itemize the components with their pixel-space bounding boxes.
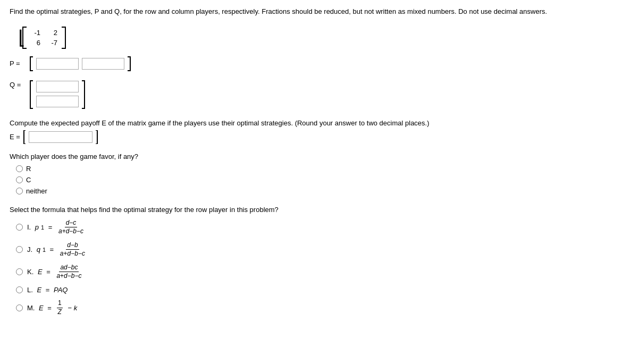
which-player-text: Which player does the game favor, if any… — [10, 153, 613, 160]
formula-sub-I: 1 — [41, 224, 44, 231]
q-bracket-group — [30, 79, 85, 109]
formula-text-M: M. E = 1 Z − k — [27, 299, 77, 316]
select-formula-text: Select the formula that helps find the o… — [10, 206, 613, 214]
formula-item-K[interactable]: K. E = ad−bc a+d−b−c — [16, 264, 613, 281]
formula-var-K: E — [38, 268, 43, 276]
formula-var-I: p — [35, 223, 39, 231]
matrix-cell-r1c2: 2 — [48, 29, 57, 37]
e-label: E = — [10, 133, 20, 141]
formula-suffix-M: − k — [66, 304, 77, 312]
formula-var-M: E — [39, 304, 44, 312]
matrix-cell-r2c1: 6 — [31, 39, 40, 47]
formula-text-K: K. E = ad−bc a+d−b−c — [27, 264, 84, 281]
formula-num-M: 1 — [57, 299, 63, 308]
formula-paq: PAQ — [54, 286, 68, 294]
formula-den-J: a+d−b−c — [59, 250, 86, 258]
formula-item-M[interactable]: M. E = 1 Z − k — [16, 299, 613, 316]
formula-item-J[interactable]: J. q1 = d−b a+d−b−c — [16, 241, 613, 258]
radio-item-c[interactable]: C — [16, 176, 613, 184]
formula-radio-M[interactable] — [16, 304, 23, 311]
formula-sub-J: 1 — [43, 247, 46, 253]
formula-eq-J: = — [48, 246, 56, 253]
formula-eq-M: = — [46, 304, 54, 312]
radio-label-r: R — [26, 165, 31, 173]
radio-r[interactable] — [16, 165, 23, 172]
formula-radio-J[interactable] — [16, 246, 23, 253]
radio-label-c: C — [26, 176, 31, 184]
q-label: Q = — [10, 81, 26, 89]
formula-num-I: d−c — [65, 219, 78, 228]
formula-num-K: ad−bc — [59, 264, 79, 273]
formula-den-I: a+d−b−c — [57, 227, 85, 236]
formula-text-L: L. E = PAQ — [27, 286, 68, 294]
e-input[interactable] — [29, 131, 92, 143]
matrix-display: ⌊ -1 2 6 -7 — [18, 27, 61, 49]
radio-label-neither: neither — [26, 187, 47, 195]
p-row: P = — [10, 56, 613, 71]
compute-text: Compute the expected payoff E of the mat… — [10, 119, 613, 127]
p-bracket-group — [30, 56, 131, 71]
formula-den-M: Z — [57, 308, 63, 317]
radio-item-r[interactable]: R — [16, 165, 613, 173]
formula-fraction-K: ad−bc a+d−b−c — [55, 264, 82, 281]
formula-fraction-I: d−c a+d−b−c — [57, 219, 85, 236]
formula-radio-K[interactable] — [16, 268, 23, 275]
formula-num-J: d−b — [66, 241, 79, 250]
formula-radio-L[interactable] — [16, 286, 23, 293]
formula-var-J: q — [37, 246, 40, 253]
formula-fraction-M: 1 Z — [57, 299, 63, 316]
matrix-grid: -1 2 6 -7 — [28, 27, 61, 49]
matrix-cell-r2c2: -7 — [48, 39, 57, 47]
formula-label-J: J. — [27, 246, 35, 253]
formula-var-L: E — [37, 286, 41, 294]
which-player-radio-group: R C neither — [16, 165, 613, 195]
radio-neither[interactable] — [16, 188, 23, 194]
p-input-2[interactable] — [82, 58, 124, 70]
formula-text-J: J. q1 = d−b a+d−b−c — [27, 241, 87, 258]
formula-label-M: M. — [27, 304, 37, 312]
formula-text-I: I. p1 = d−c a+d−b−c — [27, 219, 86, 236]
q-input-1[interactable] — [36, 81, 79, 92]
formula-label-L: L. — [27, 286, 35, 294]
formula-eq-L: = — [44, 286, 52, 294]
formula-label-K: K. — [27, 268, 36, 276]
formula-radio-I[interactable] — [16, 224, 23, 231]
formula-item-L[interactable]: L. E = PAQ — [16, 286, 613, 294]
formula-fraction-J: d−b a+d−b−c — [59, 241, 86, 258]
p-input-1[interactable] — [36, 58, 79, 70]
formula-eq-I: = — [46, 223, 54, 231]
radio-c[interactable] — [16, 176, 23, 183]
formula-label-I: I. — [27, 223, 33, 231]
formula-eq-K: = — [45, 268, 53, 276]
formula-options: I. p1 = d−c a+d−b−c J. q1 = d−b a+d−b−c … — [16, 219, 613, 317]
q-input-2[interactable] — [36, 96, 79, 107]
instruction-text: Find the optimal strategies, P and Q, fo… — [10, 6, 613, 17]
e-row: E = — [10, 130, 613, 144]
q-section: Q = — [10, 79, 613, 109]
formula-den-K: a+d−b−c — [55, 272, 82, 281]
formula-item-I[interactable]: I. p1 = d−c a+d−b−c — [16, 219, 613, 236]
p-label: P = — [10, 60, 26, 67]
matrix-cell-r1c1: -1 — [31, 29, 40, 37]
radio-item-neither[interactable]: neither — [16, 187, 613, 195]
